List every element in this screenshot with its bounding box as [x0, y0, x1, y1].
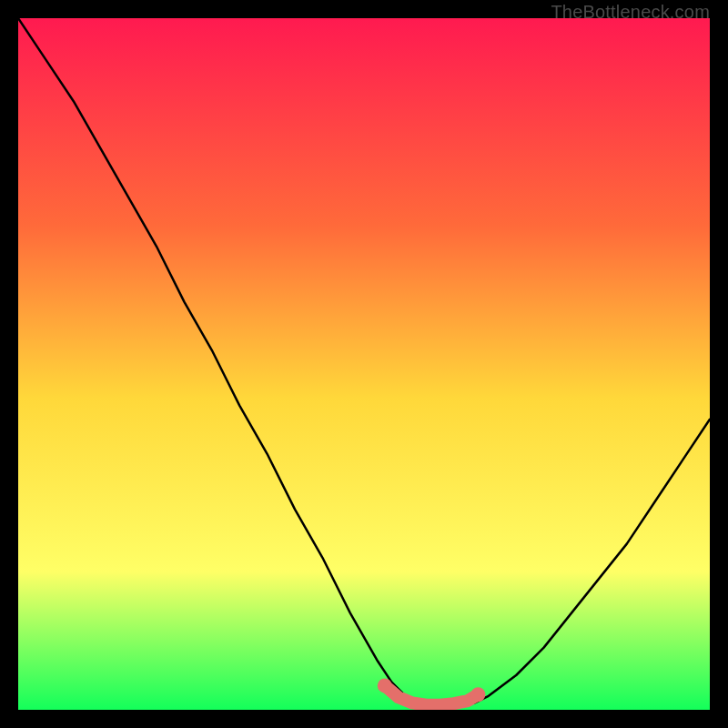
highlight-end-dot	[470, 687, 485, 702]
highlight-start-dot	[378, 678, 392, 693]
chart-frame: TheBottleneck.com	[18, 18, 710, 710]
gradient-background	[18, 18, 710, 710]
chart-svg	[18, 18, 710, 710]
